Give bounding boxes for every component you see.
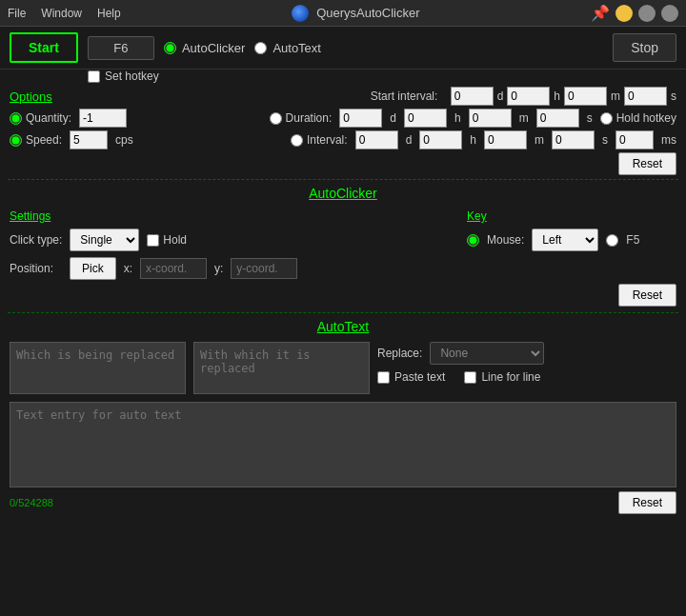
speed-radio-group: Speed: [10,133,62,147]
start-interval-row: Start interval: d h m s [371,87,676,106]
title-center: QuerysAutoClicker [121,5,591,22]
autoclicker-radio-label: AutoClicker [182,41,245,55]
paste-text-label: Paste text [394,370,445,384]
mouse-select[interactable]: Left Right Middle [532,229,598,251]
hold-checkbox-group: Hold [147,233,187,247]
pin-icon[interactable]: 📌 [591,4,610,22]
which-textarea[interactable] [10,342,186,394]
ac-left-panel: Settings Click type: Single Double Tripl… [10,209,297,280]
autoclicker-radio[interactable] [164,42,176,54]
pick-button[interactable]: Pick [70,257,116,280]
int-s-unit: s [602,133,608,147]
mouse-label: Mouse: [487,233,524,247]
ac-right-panel: Key Mouse: Left Right Middle F5 [467,209,676,257]
start-interval-s[interactable] [624,87,667,106]
duration-s[interactable] [536,109,579,128]
menu-file[interactable]: File [8,7,26,20]
interval-radio[interactable] [291,134,303,147]
app-icon [292,5,309,22]
f5-label: F5 [626,233,639,247]
dur-h-unit: h [454,111,461,125]
paste-text-group: Paste text [377,370,445,384]
duration-h[interactable] [404,109,447,128]
menu-window[interactable]: Window [41,7,82,20]
start-interval-label: Start interval: [371,89,447,103]
interval-h[interactable] [419,130,462,149]
paste-text-checkbox[interactable] [377,371,390,384]
char-counter: 0/524288 [10,497,53,508]
with-textarea[interactable] [193,342,370,394]
interval-m[interactable] [484,130,527,149]
autotext-radio-label: AutoText [272,41,321,55]
interval-s[interactable] [552,130,595,149]
hotkey-input[interactable] [88,36,154,60]
int-ms-unit: ms [661,133,676,147]
line-for-line-label: Line for line [481,370,540,384]
click-type-select[interactable]: Single Double Triple [70,229,139,251]
line-for-line-group: Line for line [464,370,540,384]
minimize-button[interactable] [615,5,633,22]
quantity-input[interactable] [79,109,127,128]
interval-label: Interval: [307,133,348,147]
dur-s-unit: s [587,111,593,125]
autotext-radio[interactable] [254,42,267,54]
start-interval-h[interactable] [507,87,550,106]
dur-d-unit: d [390,111,396,125]
replace-row: Replace: None All First [377,342,676,365]
quantity-radio[interactable] [10,112,22,125]
duration-d[interactable] [339,109,382,128]
hold-hotkey-radio[interactable] [600,112,613,125]
hold-checkbox[interactable] [147,234,159,247]
speed-unit: cps [115,133,133,147]
start-interval-d[interactable] [451,87,494,106]
set-hotkey-label: Set hotkey [105,70,159,83]
menu-help[interactable]: Help [97,7,121,20]
start-s-unit: s [671,89,676,103]
interval-radio-group: Interval: [291,133,348,147]
ac-reset-button[interactable]: Reset [618,284,676,307]
quantity-label: Quantity: [26,111,71,125]
position-label: Position: [10,262,62,275]
start-m-unit: m [611,89,620,103]
interval-d[interactable] [355,130,398,149]
int-h-unit: h [470,133,476,147]
quantity-radio-group: Quantity: [10,111,71,125]
line-for-line-checkbox[interactable] [464,371,476,384]
x-coord-input[interactable] [140,258,207,279]
x-label: x: [124,262,132,275]
mouse-radio[interactable] [467,234,479,247]
stop-button[interactable]: Stop [613,33,676,62]
speed-label: Speed: [26,133,62,147]
at-top-row: Replace: None All First Paste text Line … [10,342,676,394]
text-entry-textarea[interactable] [10,402,676,487]
main-toolbar: Start AutoClicker AutoText Stop [0,27,686,70]
window-controls: 📌 [591,4,678,22]
options-link[interactable]: Options [10,89,52,104]
set-hotkey-checkbox[interactable] [88,70,100,83]
f5-radio[interactable] [606,234,618,247]
int-d-unit: d [406,133,413,147]
close-button[interactable] [661,5,678,22]
y-coord-input[interactable] [231,258,297,279]
start-button[interactable]: Start [10,32,78,63]
autotext-title: AutoText [10,319,676,334]
speed-input[interactable] [70,130,108,149]
menu-bar: File Window Help [8,7,121,20]
autoclicker-section: AutoClicker Settings Click type: Single … [0,180,686,312]
titlebar: File Window Help QuerysAutoClicker 📌 [0,0,686,27]
int-m-unit: m [535,133,544,147]
options-reset-button[interactable]: Reset [618,152,676,175]
duration-label: Duration: [286,111,333,125]
replace-select[interactable]: None All First [430,342,544,365]
start-interval-m[interactable] [564,87,607,106]
interval-ms[interactable] [615,130,654,149]
at-bottom-row: 0/524288 Reset [10,491,676,514]
duration-m[interactable] [469,109,512,128]
maximize-button[interactable] [638,5,656,22]
hold-label: Hold [163,233,187,247]
hold-hotkey-group: Hold hotkey [600,111,676,125]
start-h-unit: h [554,89,560,103]
speed-radio[interactable] [10,134,22,147]
duration-radio[interactable] [270,112,282,125]
at-reset-button[interactable]: Reset [618,491,676,514]
